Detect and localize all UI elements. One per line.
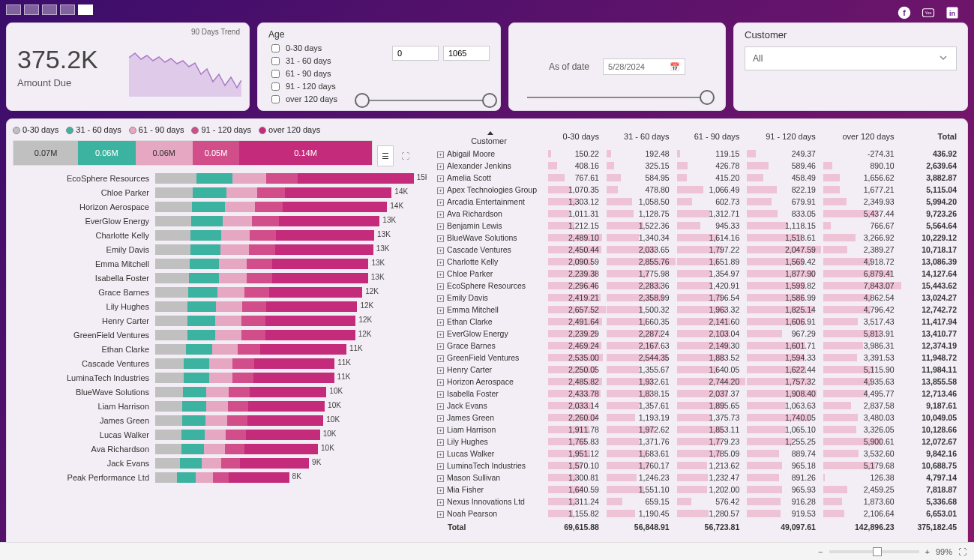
expand-icon[interactable]: + [437,439,444,446]
customer-cell[interactable]: +Abigail Moore [433,148,545,160]
bar-row[interactable]: Charlotte Kelly13K [13,229,415,242]
expand-icon[interactable]: + [437,259,444,266]
bar-row[interactable]: Peak Performance Ltd8K [13,471,415,484]
customer-cell[interactable]: +EcoSphere Resources [433,280,545,292]
table-row[interactable]: +Charlotte Kelly2,090.592,855.761,651.89… [433,256,961,268]
expand-icon[interactable]: + [437,223,444,230]
expand-icon[interactable]: + [437,319,444,326]
bar-row[interactable]: Liam Harrison10K [13,400,415,413]
expand-icon[interactable]: + [437,511,444,518]
table-row[interactable]: +Liam Harrison1,911.781,972.621,853.111,… [433,424,961,436]
table-row[interactable]: +Grace Barnes2,469.242,167.632,149.301,6… [433,340,961,352]
customer-cell[interactable]: +Ethan Clarke [433,316,545,328]
bar-row[interactable]: Grace Barnes12K [13,286,415,299]
filter-icon[interactable]: ☰ [377,145,394,166]
youtube-icon[interactable]: You [920,4,937,21]
win-btn[interactable] [60,4,75,15]
expand-icon[interactable]: + [437,367,444,374]
bar-row[interactable]: Ava Richardson10K [13,442,415,456]
customer-cell[interactable]: +Alexander Jenkins [433,160,545,172]
bar-row[interactable]: Henry Carter12K [13,314,415,328]
age-checkbox[interactable] [271,70,280,78]
table-row[interactable]: +Emma Mitchell2,657.521,500.321,963.321,… [433,304,961,316]
legend-item[interactable]: 91 - 120 days [191,125,251,134]
customer-cell[interactable]: +Lily Hughes [433,436,545,448]
col-header[interactable]: over 120 days [820,125,899,148]
age-slider[interactable] [362,100,490,101]
table-row[interactable]: +EverGlow Energy2,239.292,287.242,103.04… [433,328,961,340]
customer-cell[interactable]: +Grace Barnes [433,340,545,352]
legend-item[interactable]: 61 - 90 days [129,125,184,134]
table-row[interactable]: +Horizon Aerospace2,485.821,932.612,744.… [433,376,961,388]
expand-icon[interactable]: + [437,163,444,170]
expand-icon[interactable]: + [437,151,444,158]
expand-icon[interactable]: + [437,463,444,470]
zoom-out-button[interactable]: − [818,547,823,556]
stacked-total-bar[interactable]: 0.07M0.06M0.06M0.05M0.14M [13,140,373,166]
expand-icon[interactable]: + [437,451,444,458]
table-row[interactable]: +Mia Fisher1,640.591,551.101,202.00965.9… [433,484,961,496]
expand-icon[interactable]: + [437,343,444,350]
table-row[interactable]: +Nexus Innovations Ltd1,311.24659.15576.… [433,496,961,508]
customer-cell[interactable]: +Mia Fisher [433,484,545,496]
age-checkbox[interactable] [271,57,280,65]
bar-row[interactable]: BlueWave Solutions10K [13,385,415,399]
customer-cell[interactable]: +Emily Davis [433,292,545,304]
zoom-slider[interactable] [829,550,919,553]
facebook-icon[interactable]: f [896,4,913,21]
table-row[interactable]: +Arcadia Entertainment1,303.121,058.5060… [433,196,961,208]
customer-cell[interactable]: +Cascade Ventures [433,244,545,256]
col-header[interactable]: Total [899,125,961,148]
fit-icon[interactable]: ⛶ [958,547,967,556]
table-row[interactable]: +Noah Pearson1,155.821,190.451,280.57919… [433,508,961,520]
linkedin-icon[interactable]: in [944,4,961,21]
focus-icon[interactable]: ⛶ [398,149,412,163]
customer-cell[interactable]: +Arcadia Entertainment [433,196,545,208]
col-header[interactable]: Customer [433,125,545,148]
customer-cell[interactable]: +Horizon Aerospace [433,376,545,388]
bar-row[interactable]: Lily Hughes12K [13,300,415,313]
expand-icon[interactable]: + [437,391,444,398]
customer-cell[interactable]: +Chloe Parker [433,268,545,280]
customer-cell[interactable]: +Noah Pearson [433,508,545,520]
table-row[interactable]: +Lily Hughes1,765.831,371.761,779.231,25… [433,436,961,448]
expand-icon[interactable]: + [437,247,444,254]
stack-segment[interactable]: 0.06M [136,141,193,165]
bar-row[interactable]: Horizon Aerospace14K [13,200,415,214]
expand-icon[interactable]: + [437,487,444,494]
stack-segment[interactable]: 0.14M [239,141,372,165]
customer-cell[interactable]: +Nexus Innovations Ltd [433,496,545,508]
customer-cell[interactable]: +Mason Sullivan [433,472,545,484]
expand-icon[interactable]: + [437,475,444,482]
table-row[interactable]: +GreenField Ventures2,535.002,544.351,88… [433,352,961,364]
asof-slider[interactable] [527,97,707,98]
bar-row[interactable]: James Green10K [13,414,415,427]
customer-cell[interactable]: +Jack Evans [433,400,545,412]
table-row[interactable]: +Jack Evans2,033.141,357.611,895.651,063… [433,400,961,412]
table-row[interactable]: +Chloe Parker2,239.381,775.981,354.971,8… [433,268,961,280]
expand-icon[interactable]: + [437,211,444,218]
expand-icon[interactable]: + [437,403,444,410]
bar-row[interactable]: Ethan Clarke11K [13,343,415,356]
table-row[interactable]: +Ethan Clarke2,491.641,660.352,141.601,6… [433,316,961,328]
win-btn[interactable] [78,4,93,15]
customer-cell[interactable]: +Charlotte Kelly [433,256,545,268]
bar-row[interactable]: Jack Evans9K [13,457,415,470]
table-row[interactable]: +James Green2,260.041,193.191,375.731,74… [433,412,961,424]
col-header[interactable]: 91 - 120 days [744,125,820,148]
expand-icon[interactable]: + [437,175,444,182]
expand-icon[interactable]: + [437,271,444,278]
win-btn[interactable] [42,4,57,15]
legend-item[interactable]: 31 - 60 days [66,125,121,134]
age-checkbox[interactable] [271,95,280,103]
col-header[interactable]: 0-30 days [545,125,604,148]
win-btn[interactable] [24,4,39,15]
bar-row[interactable]: Cascade Ventures11K [13,357,415,370]
age-min-input[interactable] [392,46,439,61]
table-row[interactable]: +Henry Carter2,250.051,355.671,640.051,6… [433,364,961,376]
expand-icon[interactable]: + [437,187,444,194]
customer-cell[interactable]: +Henry Carter [433,364,545,376]
age-checkbox[interactable] [271,82,280,91]
expand-icon[interactable]: + [437,415,444,422]
expand-icon[interactable]: + [437,499,444,506]
